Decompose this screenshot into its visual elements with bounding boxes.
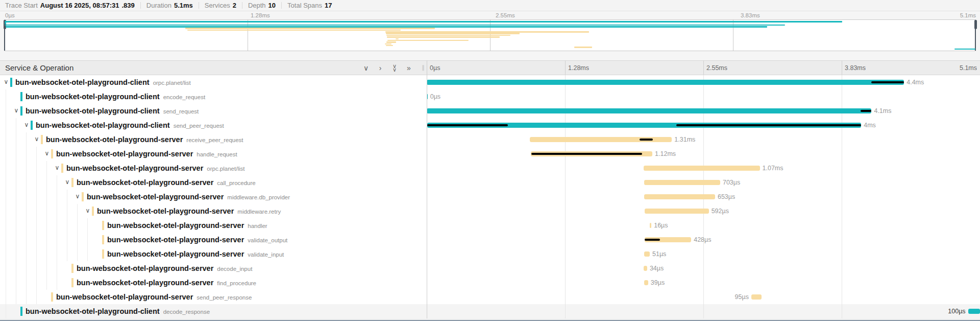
operation-name: handle_request [197,151,237,157]
minimap-right-scrubber[interactable] [975,20,976,51]
scrubber-handle[interactable] [974,20,977,29]
span-row[interactable]: ∨bun-websocket-otel-playground-serverrec… [0,132,980,147]
span-name-cell[interactable]: bun-websocket-otel-playground-serverfind… [0,276,427,290]
panel-divider[interactable] [427,60,427,318]
service-name: bun-websocket-otel-playground-client [15,78,150,86]
span-row[interactable]: ∨bun-websocket-otel-playground-clientsen… [0,118,980,132]
span-timeline-cell[interactable]: 1.31ms [427,132,980,147]
span-row[interactable]: ∨bun-websocket-otel-playground-serverhan… [0,147,980,161]
tree-guide-line [16,204,16,218]
page-bottom-edge [0,318,980,321]
span-name-cell[interactable]: bun-websocket-otel-playground-servervali… [0,233,427,247]
span-row[interactable]: bun-websocket-otel-playground-clientdeco… [0,304,980,318]
span-timeline-cell[interactable]: 16µs [427,218,980,233]
span-name-cell[interactable]: ∨bun-websocket-otel-playground-serverorp… [0,161,427,175]
chevron-down-icon[interactable]: ∨ [74,193,81,200]
span-duration-bar[interactable] [644,194,715,199]
chevron-down-icon[interactable]: ∨ [23,121,30,128]
span-duration-bar[interactable] [427,80,904,85]
span-row[interactable]: ∨bun-websocket-otel-playground-clientorp… [0,75,980,89]
timeline-tick-label: 5.1ms [960,64,977,72]
span-name-cell[interactable]: ∨bun-websocket-otel-playground-serverhan… [0,147,427,161]
span-row[interactable]: ∨bun-websocket-otel-playground-clientsen… [0,104,980,118]
span-duration-bar[interactable] [751,294,762,300]
operation-name: send_peer_request [174,123,224,129]
span-duration-bar[interactable] [644,266,647,271]
tree-guide-line [77,247,78,261]
span-row[interactable]: ∨bun-websocket-otel-playground-servermid… [0,204,980,218]
span-timeline-cell[interactable]: 39µs [427,276,980,290]
span-name-cell[interactable]: ∨bun-websocket-otel-playground-servermid… [0,204,427,218]
chevron-down-icon[interactable]: ∨ [64,178,71,186]
span-name-cell[interactable]: bun-websocket-otel-playground-serverdeco… [0,261,427,276]
collapse-one-icon[interactable]: ∨ [362,64,370,72]
span-name-cell[interactable]: bun-websocket-otel-playground-clientdeco… [0,304,427,318]
span-name-cell[interactable]: ∨bun-websocket-otel-playground-serverrec… [0,132,427,147]
span-timeline-cell[interactable]: 592µs [427,204,980,218]
span-name-cell[interactable]: ∨bun-websocket-otel-playground-servermid… [0,190,427,204]
span-duration-bar[interactable] [968,309,980,314]
minimap-canvas[interactable] [4,19,976,51]
service-color-accent [20,307,22,316]
chevron-down-icon[interactable]: ∨ [54,164,61,171]
tree-guide-line [67,247,67,261]
span-name-cell[interactable]: ∨bun-websocket-otel-playground-clientsen… [0,118,427,132]
span-name-cell[interactable]: bun-websocket-otel-playground-clientenco… [0,89,427,104]
expand-all-icon[interactable]: » [405,64,412,72]
span-duration-bar[interactable] [644,251,650,257]
chevron-down-icon[interactable]: ∨ [43,150,51,157]
chevron-down-icon[interactable]: ∨ [33,135,40,143]
span-duration-bar[interactable] [644,180,720,185]
span-timeline-cell[interactable]: 1.12ms [427,147,980,161]
span-timeline-cell[interactable]: 703µs [427,175,980,190]
span-row[interactable]: bun-websocket-otel-playground-serverfind… [0,276,980,290]
span-row[interactable]: ∨bun-websocket-otel-playground-servercal… [0,175,980,190]
chevron-down-icon[interactable]: ∨ [13,107,20,114]
span-name-cell[interactable]: bun-websocket-otel-playground-serversend… [0,290,427,304]
span-row[interactable]: ∨bun-websocket-otel-playground-serverorp… [0,161,980,175]
span-timeline-cell[interactable]: 34µs [427,261,980,276]
chevron-down-icon[interactable]: ∨ [84,207,91,214]
span-timeline-cell[interactable]: 51µs [427,247,980,261]
span-name-cell[interactable]: ∨bun-websocket-otel-playground-clientorp… [0,75,427,89]
expand-collapse-controls: ∨›∨∨» [362,61,412,75]
span-duration-bar[interactable] [644,166,760,171]
span-timeline-cell[interactable]: 4.4ms [427,75,980,89]
span-name-cell[interactable]: ∨bun-websocket-otel-playground-clientsen… [0,104,427,118]
span-row[interactable]: bun-websocket-otel-playground-clientenco… [0,89,980,104]
timeline-tick-label: 1.28ms [568,64,589,72]
span-row[interactable]: ∨bun-websocket-otel-playground-servermid… [0,190,980,204]
span-timeline-cell[interactable]: 95µs [427,290,980,304]
span-row[interactable]: bun-websocket-otel-playground-serversend… [0,290,980,304]
span-duration-bar[interactable] [644,280,648,285]
span-timeline-cell[interactable]: 428µs [427,233,980,247]
expand-one-icon[interactable]: › [377,64,384,72]
span-duration-label: 39µs [651,279,665,286]
span-timeline-cell[interactable]: 0µs [427,89,980,104]
span-timeline-cell[interactable]: 653µs [427,190,980,204]
span-timeline-cell[interactable]: 100µs [427,304,980,318]
tree-guide-line [6,104,6,118]
operation-name: find_procedure [217,280,256,286]
span-name-cell[interactable]: ∨bun-websocket-otel-playground-servercal… [0,175,427,190]
span-timeline-cell[interactable]: 4.1ms [427,104,980,118]
span-duration-bar[interactable] [427,108,871,113]
span-name-cell[interactable]: bun-websocket-otel-playground-servervali… [0,247,427,261]
tree-guide-line [87,218,88,233]
tree-guide-line [77,233,78,247]
chevron-down-icon[interactable]: ∨ [3,78,10,85]
panel-resizer-grip[interactable]: ∥ [422,64,425,71]
span-timeline-cell[interactable]: 1.07ms [427,161,980,175]
minimap-tick-label: 0µs [5,12,15,18]
span-timeline-cell[interactable]: 4ms [427,118,980,132]
tree-guide-line [36,204,37,218]
span-row[interactable]: bun-websocket-otel-playground-serverhand… [0,218,980,233]
tree-guide-line [6,218,6,233]
span-row[interactable]: bun-websocket-otel-playground-serverdeco… [0,261,980,276]
span-duration-bar[interactable] [650,223,651,228]
span-duration-bar[interactable] [645,209,709,214]
collapse-all-icon[interactable]: ∨∨ [391,64,398,71]
span-name-cell[interactable]: bun-websocket-otel-playground-serverhand… [0,218,427,233]
span-row[interactable]: bun-websocket-otel-playground-servervali… [0,233,980,247]
span-row[interactable]: bun-websocket-otel-playground-servervali… [0,247,980,261]
